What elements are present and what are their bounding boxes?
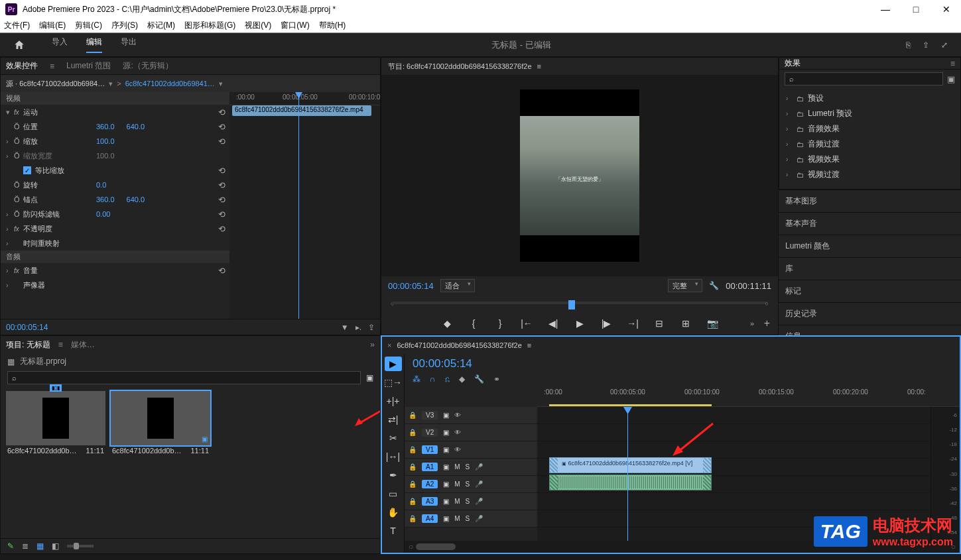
media-item[interactable]: ▣ 6c8fc471002ddd0b…11:11 xyxy=(111,391,210,456)
position-x[interactable]: 360.0 xyxy=(96,123,115,131)
go-to-out-button[interactable]: →| xyxy=(627,318,639,329)
add-button-icon[interactable]: + xyxy=(764,317,770,329)
freeform-view-icon[interactable]: ◧ xyxy=(52,541,59,551)
add-marker-button[interactable]: ◆ xyxy=(441,318,453,329)
workspace-tab-import[interactable]: 导入 xyxy=(52,36,68,53)
timeline-playhead[interactable] xyxy=(627,407,628,541)
track-header-v1[interactable]: 🔒V1▣👁 xyxy=(405,441,537,459)
reset-icon[interactable]: ⟲ xyxy=(218,107,225,117)
menu-file[interactable]: 文件(F) xyxy=(4,20,30,31)
wrench-icon[interactable]: 🔧 xyxy=(709,281,719,290)
track-header-a2[interactable]: 🔒A2▣MS🎤 xyxy=(405,476,537,493)
effects-search-input[interactable] xyxy=(785,72,943,85)
share-icon[interactable]: ⇪ xyxy=(923,40,929,50)
tab-effects[interactable]: 效果 xyxy=(785,58,801,69)
tab-lumetri-scopes[interactable]: Lumetri 范围 xyxy=(66,60,111,72)
menu-window[interactable]: 窗口(W) xyxy=(281,20,309,31)
panel-markers[interactable]: 标记 xyxy=(779,280,961,302)
flicker-val[interactable]: 0.00 xyxy=(96,210,110,218)
solo-button[interactable]: S xyxy=(466,515,470,522)
solo-button[interactable]: S xyxy=(466,480,470,488)
thumbnail-size-slider[interactable] xyxy=(67,545,94,547)
program-tc-current[interactable]: 00:00:05:14 xyxy=(388,281,434,291)
mute-button[interactable]: M xyxy=(454,515,460,522)
more-tabs-icon[interactable]: » xyxy=(370,340,375,349)
zoom-select[interactable]: 适合 xyxy=(440,279,475,292)
voice-over-icon[interactable]: 🎤 xyxy=(475,463,483,471)
workspace-tab-export[interactable]: 导出 xyxy=(121,36,137,53)
tab-media-browser[interactable]: 媒体… xyxy=(71,339,95,351)
home-icon[interactable] xyxy=(13,39,25,51)
stopwatch-icon[interactable]: Ŏ xyxy=(14,181,23,189)
workspace-tab-edit[interactable]: 编辑 xyxy=(86,36,102,53)
panel-menu-icon[interactable]: ≡ xyxy=(537,62,541,70)
settings-icon[interactable]: 🔧 xyxy=(474,374,484,384)
edit-icon[interactable]: ✎ xyxy=(7,541,14,551)
lock-icon[interactable]: 🔒 xyxy=(409,412,416,419)
timeline-ruler[interactable]: :00:00 00:00:05:00 00:00:10:00 00:00:15:… xyxy=(537,387,960,407)
linked-selection-icon[interactable]: ⎌ xyxy=(445,374,450,384)
effects-folder-lumetri[interactable]: ›🗀Lumetri 预设 xyxy=(779,106,960,121)
mute-button[interactable]: M xyxy=(454,480,460,488)
filter-icon[interactable]: ▼ xyxy=(341,323,349,332)
ec-current-time[interactable]: 00:00:05:14 xyxy=(6,323,48,332)
type-tool[interactable]: T xyxy=(385,524,402,538)
zoom-scrollbar-thumb[interactable] xyxy=(416,543,456,550)
prop-motion[interactable]: 运动 xyxy=(23,107,96,117)
toggle-output-icon[interactable]: ▣ xyxy=(443,412,449,419)
scale-val[interactable]: 100.0 xyxy=(96,137,115,145)
mute-button[interactable]: M xyxy=(454,498,460,505)
tab-project[interactable]: 项目: 无标题 xyxy=(6,339,50,351)
rotation-val[interactable]: 0.0 xyxy=(96,181,106,189)
fullscreen-icon[interactable]: ⤢ xyxy=(941,40,948,50)
menu-graphics[interactable]: 图形和标题(G) xyxy=(184,20,235,31)
list-view-icon[interactable]: ≣ xyxy=(22,541,29,551)
lift-button[interactable]: ⊟ xyxy=(653,318,665,329)
effects-folder-video-trans[interactable]: ›🗀视频过渡 xyxy=(779,167,960,182)
menu-help[interactable]: 帮助(H) xyxy=(319,20,346,31)
slip-tool[interactable]: |↔| xyxy=(385,449,402,464)
reset-icon[interactable]: ⟲ xyxy=(218,195,225,205)
panel-menu-icon[interactable]: ≡ xyxy=(527,341,531,349)
lock-icon[interactable]: 🔒 xyxy=(409,515,416,522)
toggle-output-icon[interactable]: ▣ xyxy=(443,429,449,436)
panel-menu-icon[interactable]: ≡ xyxy=(950,59,955,68)
more-buttons-icon[interactable]: » xyxy=(750,319,754,327)
timeline-timecode[interactable]: 00:00:05:14 xyxy=(413,357,500,370)
play-only-icon[interactable]: ▸. xyxy=(355,323,361,332)
cc-sync-icon[interactable]: ☁ xyxy=(7,557,15,560)
timeline-sequence-name[interactable]: 6c8fc471002ddd0b6984156338276f2e xyxy=(397,341,521,349)
panel-lumetri-color[interactable]: Lumetri 颜色 xyxy=(779,235,961,257)
position-y[interactable]: 640.0 xyxy=(127,123,145,131)
reset-icon[interactable]: ⟲ xyxy=(218,224,225,234)
reset-icon[interactable]: ⟲ xyxy=(218,122,225,132)
reset-icon[interactable]: ⟲ xyxy=(218,180,225,190)
prop-opacity[interactable]: 不透明度 xyxy=(23,224,96,234)
effects-folder-presets[interactable]: ›🗀预设 xyxy=(779,91,960,106)
solo-button[interactable]: S xyxy=(466,498,470,505)
go-to-in-button[interactable]: |← xyxy=(521,318,533,329)
voice-over-icon[interactable]: 🎤 xyxy=(475,515,483,522)
lock-icon[interactable]: 🔒 xyxy=(409,463,416,471)
track-select-tool[interactable]: ⬚→ xyxy=(385,375,402,390)
track-header-a3[interactable]: 🔒A3▣MS🎤 xyxy=(405,493,537,510)
toggle-output-icon[interactable]: ▣ xyxy=(443,446,449,453)
razor-tool[interactable]: ✂ xyxy=(385,431,402,445)
eye-icon[interactable]: 👁 xyxy=(454,446,461,453)
icon-view-icon[interactable]: ▦ xyxy=(36,541,44,551)
window-maximize-button[interactable]: □ xyxy=(907,4,925,15)
export-frame-button[interactable]: 📷 xyxy=(706,318,718,329)
effects-folder-audio-trans[interactable]: ›🗀音频过渡 xyxy=(779,137,960,152)
step-back-button[interactable]: ◀| xyxy=(547,318,559,329)
panel-menu-icon[interactable]: ≡ xyxy=(58,340,63,349)
menu-clip[interactable]: 剪辑(C) xyxy=(75,20,102,31)
mark-in-button[interactable]: { xyxy=(468,318,480,329)
pen-tool[interactable]: ✒ xyxy=(385,468,402,482)
anchor-y[interactable]: 640.0 xyxy=(127,196,145,203)
prop-time-remap[interactable]: 时间重映射 xyxy=(23,239,96,249)
panel-essential-sound[interactable]: 基本声音 xyxy=(779,212,961,235)
extract-button[interactable]: ⊞ xyxy=(680,318,692,329)
menu-marker[interactable]: 标记(M) xyxy=(147,20,175,31)
voice-over-icon[interactable]: 🎤 xyxy=(475,498,483,505)
toggle-output-icon[interactable]: ▣ xyxy=(443,463,449,471)
